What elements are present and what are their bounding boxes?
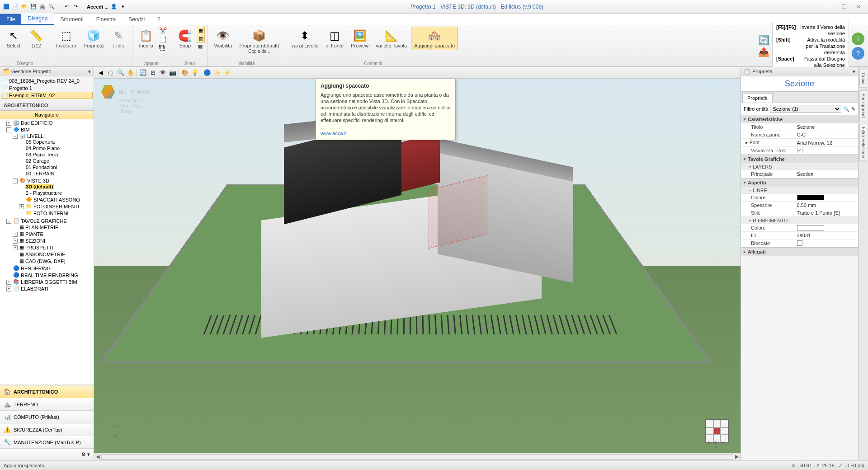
cat-manutenzione[interactable]: 🔧MANUTENZIONE (ManTus-P): [0, 436, 94, 448]
tree-item[interactable]: +▦ SEZIONI: [13, 237, 94, 244]
sec-tavole[interactable]: Tavole Grafiche: [741, 155, 858, 163]
tab-help[interactable]: ?: [151, 14, 167, 25]
export-icon[interactable]: 📤: [758, 47, 769, 57]
aggiungi-spaccato-button[interactable]: 🏘️Aggiungi spaccato: [411, 27, 458, 50]
properties-header[interactable]: 📋Proprietà▾: [741, 67, 858, 76]
tab-strumenti[interactable]: Strumenti: [54, 14, 90, 25]
tab-disegno[interactable]: Disegno: [21, 13, 54, 25]
tooltip-link[interactable]: www.acca.it: [321, 128, 451, 136]
tree-item[interactable]: 🔵 RENDERING: [6, 265, 94, 272]
vp-tool-12[interactable]: ✨: [213, 69, 221, 77]
save-icon[interactable]: 💾: [30, 3, 37, 10]
tree-item[interactable]: +📚 LIBRERIA OGGETTI BIM: [6, 278, 94, 285]
sub-riempimento[interactable]: RIEMPIMENTO: [741, 217, 858, 224]
project-item[interactable]: Progetto 1: [1, 85, 93, 92]
scroll-left-icon[interactable]: ◀: [94, 454, 101, 460]
tab-finestra[interactable]: Finestra: [90, 14, 122, 25]
tree-item[interactable]: 04 Primo Piano: [19, 145, 94, 151]
cut-button[interactable]: ✂️: [158, 27, 168, 35]
tree-item[interactable]: 05 Copertura: [19, 139, 94, 145]
cat-terreno[interactable]: ⛰️TERRENO: [0, 398, 94, 410]
axis-gizmo[interactable]: ↑↗→: [112, 421, 119, 440]
user-icon[interactable]: 👤: [110, 3, 118, 10]
project-item-selected[interactable]: Esempio_RTBIM_02: [1, 92, 93, 99]
prop-spessore[interactable]: 0.50 mm: [794, 202, 858, 209]
vp-tool-3[interactable]: 🔍: [117, 69, 125, 77]
prop-bloccato[interactable]: [794, 240, 858, 247]
collapse-icon[interactable]: −: [13, 179, 18, 183]
tree-item[interactable]: +📑 ELABORATI: [6, 285, 94, 292]
cat-computo[interactable]: 📊COMPUTO (PriMus): [0, 410, 94, 423]
sec-aspetto[interactable]: Aspetto: [741, 179, 858, 187]
app-icon[interactable]: 🟦: [3, 3, 10, 10]
proprieta-button[interactable]: 🧊Proprietà: [80, 27, 107, 50]
tab-servizi[interactable]: Servizi: [122, 14, 151, 25]
preview-button[interactable]: 🖼️Preview: [348, 27, 372, 50]
select-button[interactable]: ↖Select: [3, 27, 24, 50]
navigator-tree[interactable]: +🏢 Dati EDIFICIO −🔷 BIM −📊 LIVELLI 05 Co…: [0, 119, 94, 385]
color-swatch[interactable]: [797, 195, 824, 200]
vai-tavola-button[interactable]: 📐vai alla Tavola: [373, 27, 410, 50]
visibilita-button[interactable]: 👁️Visibilità: [211, 27, 235, 56]
building-model[interactable]: [234, 133, 578, 350]
prop-stile[interactable]: Tratto e 1 Punto [S]: [794, 209, 858, 216]
view-cube[interactable]: C E H V: [705, 419, 729, 443]
vp-tool-10[interactable]: 💡: [191, 69, 199, 77]
vp-tool-6[interactable]: ⊞: [149, 69, 157, 77]
prop-colore-riemp[interactable]: [794, 224, 858, 231]
incolla-button[interactable]: 📋Incolla: [135, 27, 157, 52]
tree-item[interactable]: 01 Fondazioni: [19, 164, 94, 170]
undo-icon[interactable]: ↶: [63, 3, 70, 10]
scale-button[interactable]: 📏1/12: [25, 27, 47, 50]
snap-button[interactable]: 🧲Snap: [174, 27, 196, 50]
tree-item[interactable]: 2 - Playstructure: [19, 190, 94, 196]
prop-titolo[interactable]: Sezione: [794, 123, 858, 131]
filter-btn1[interactable]: 🔍: [843, 106, 849, 112]
side-tab-filtro[interactable]: Filtro Selezione: [859, 124, 867, 161]
prop-default-button[interactable]: 📦Proprietà (default)Copia da...: [236, 27, 282, 56]
prop-colore-linee[interactable]: [794, 194, 858, 201]
file-tab[interactable]: File: [0, 14, 21, 25]
checkbox-icon[interactable]: [797, 240, 802, 246]
preview-icon[interactable]: 🔍: [48, 3, 55, 10]
tree-item[interactable]: 🔶 SPACCATI ASSONO: [19, 196, 94, 203]
minimize-icon[interactable]: —: [825, 2, 835, 12]
collapse-icon[interactable]: −: [6, 219, 11, 224]
vp-tool-2[interactable]: ⬚: [107, 69, 115, 77]
side-tab-copia[interactable]: Copia: [859, 70, 867, 88]
filter-select[interactable]: Sezione (1): [770, 105, 841, 113]
tree-item[interactable]: ▦ PLANIMETRIE: [13, 224, 94, 230]
tree-item[interactable]: 03 Piano Terra: [19, 151, 94, 158]
clone-button[interactable]: ⿻: [158, 44, 168, 52]
tree-item[interactable]: ▦ CAD (DWG, DXF): [13, 258, 94, 264]
open-icon[interactable]: 📂: [21, 3, 28, 10]
new-icon[interactable]: 📄: [12, 3, 19, 10]
login-link[interactable]: Accedi ...: [87, 4, 108, 9]
snap-opt2[interactable]: ▨: [197, 35, 205, 42]
vai-livello-button[interactable]: ⬍vai al Livello: [288, 27, 321, 50]
vp-tool-1[interactable]: ◀: [97, 69, 105, 77]
vp-tool-8[interactable]: 📷: [169, 69, 177, 77]
cat-sicurezza[interactable]: ⚠️SICUREZZA (CerTus): [0, 423, 94, 436]
tab-proprieta[interactable]: Proprietà: [742, 93, 773, 103]
info-icon[interactable]: i: [852, 33, 864, 45]
tree-item[interactable]: 🔵 REAL TIME RENDERING: [6, 272, 94, 278]
vp-tool-11[interactable]: 🔵: [203, 69, 211, 77]
prop-vis-titolo[interactable]: ✓: [794, 147, 858, 154]
sub-linee[interactable]: LINEE: [741, 187, 858, 194]
tree-item-selected[interactable]: 3D (default): [19, 183, 94, 190]
snap-opt3[interactable]: ▩: [197, 43, 205, 50]
question-icon[interactable]: ?: [852, 47, 864, 60]
swap-icon[interactable]: 🔄: [758, 35, 769, 46]
tree-item[interactable]: 📁 FOTO INTERNI: [19, 210, 94, 216]
vp-tool-9[interactable]: 🎨: [181, 69, 189, 77]
expand-icon[interactable]: +: [6, 121, 11, 126]
sec-allegati[interactable]: Allegati: [741, 248, 858, 256]
collapse-icon[interactable]: −: [13, 134, 18, 139]
maximize-icon[interactable]: ❐: [839, 2, 849, 12]
print-icon[interactable]: 🖨️: [39, 3, 46, 10]
involucro-button[interactable]: ⬚Involucro: [53, 27, 80, 50]
tree-item[interactable]: +▦ PIANTE: [13, 230, 94, 237]
tree-item[interactable]: ▦ ASSONOMETRIE: [13, 251, 94, 258]
redo-icon[interactable]: ↷: [72, 3, 79, 10]
